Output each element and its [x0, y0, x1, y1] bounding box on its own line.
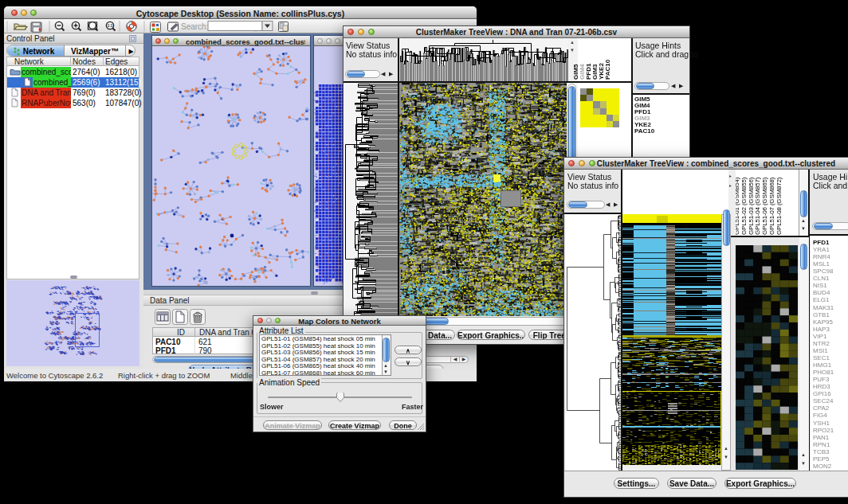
svg-text:Search:: Search: — [181, 22, 208, 31]
svg-text:1:1: 1:1 — [108, 24, 113, 28]
